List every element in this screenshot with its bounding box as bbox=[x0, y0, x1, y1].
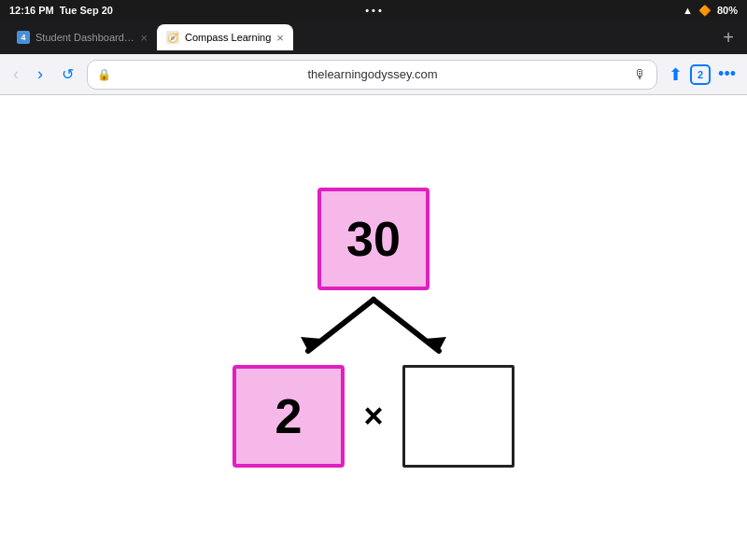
tab2-favicon: 🧭 bbox=[166, 31, 179, 44]
signal-dots: • • • bbox=[365, 5, 382, 16]
multiply-symbol: × bbox=[359, 397, 388, 436]
arrows-svg bbox=[252, 290, 495, 365]
tab1-favicon: 4 bbox=[17, 31, 30, 44]
left-number-box: 2 bbox=[233, 365, 345, 468]
address-text: thelearningodyssey.com bbox=[117, 67, 628, 81]
arrow-area bbox=[252, 290, 495, 365]
lock-icon: 🔒 bbox=[97, 68, 111, 81]
nav-bar: ‹ › ↺ 🔒 thelearningodyssey.com 🎙 ⬆ 2 ••• bbox=[0, 54, 747, 95]
forward-button[interactable]: › bbox=[32, 61, 49, 88]
nav-right-buttons: ⬆ 2 ••• bbox=[665, 61, 740, 89]
tab2-close[interactable]: × bbox=[276, 31, 284, 45]
svg-line-2 bbox=[374, 300, 439, 351]
date: Tue Sep 20 bbox=[60, 5, 113, 16]
tab-bar: 4 Student Dashboard - Ti... × 🧭 Compass … bbox=[0, 21, 747, 54]
tab1-title: Student Dashboard - Ti... bbox=[35, 32, 134, 43]
main-content: 30 2 × bbox=[0, 95, 747, 560]
address-bar[interactable]: 🔒 thelearningodyssey.com 🎙 bbox=[87, 60, 657, 90]
top-row: 30 bbox=[317, 188, 430, 290]
mic-icon: 🎙 bbox=[634, 67, 647, 82]
math-diagram: 30 2 × bbox=[233, 188, 514, 468]
time: 12:16 PM bbox=[9, 5, 54, 16]
share-button[interactable]: ⬆ bbox=[665, 61, 686, 89]
left-number: 2 bbox=[275, 388, 303, 444]
status-left: 12:16 PM Tue Sep 20 bbox=[9, 5, 113, 16]
battery: 80% bbox=[717, 5, 738, 16]
tab-compass-learning[interactable]: 🧭 Compass Learning × bbox=[157, 24, 293, 50]
new-tab-button[interactable]: + bbox=[717, 27, 740, 49]
tab1-close[interactable]: × bbox=[140, 31, 148, 45]
reload-button[interactable]: ↺ bbox=[56, 62, 79, 87]
tab-count-badge[interactable]: 2 bbox=[690, 64, 711, 85]
tab-student-dashboard[interactable]: 4 Student Dashboard - Ti... × bbox=[7, 24, 157, 50]
svg-line-0 bbox=[308, 300, 374, 351]
more-button[interactable]: ••• bbox=[714, 61, 740, 88]
wifi-icon: 🔶 bbox=[698, 5, 712, 17]
signal-icon: ▲ bbox=[683, 5, 693, 16]
back-button[interactable]: ‹ bbox=[7, 61, 24, 88]
status-right: ▲ 🔶 80% bbox=[683, 5, 738, 17]
top-number-box: 30 bbox=[317, 188, 430, 290]
tab2-title: Compass Learning bbox=[185, 32, 271, 43]
top-number: 30 bbox=[346, 211, 401, 267]
bottom-row: 2 × bbox=[233, 365, 514, 468]
status-bar: 12:16 PM Tue Sep 20 • • • ▲ 🔶 80% bbox=[0, 0, 747, 21]
answer-box[interactable] bbox=[402, 365, 514, 468]
